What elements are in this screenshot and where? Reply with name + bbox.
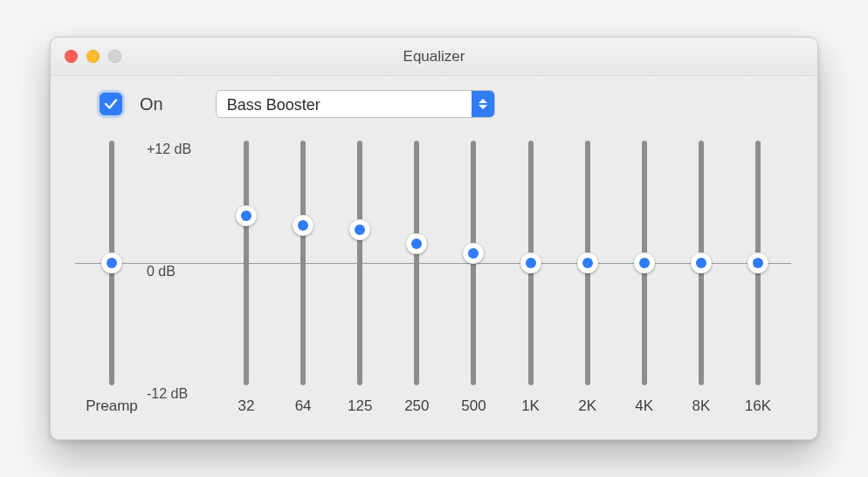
- chevron-down-icon: [479, 105, 487, 109]
- band-freq-label: 4K: [635, 398, 653, 415]
- band-slider[interactable]: [471, 141, 476, 385]
- chevron-up-icon: [479, 99, 487, 103]
- traffic-lights: [51, 50, 121, 63]
- band-slider[interactable]: [528, 141, 534, 385]
- preamp-label: Preamp: [86, 398, 138, 415]
- equalizer-window: Equalizer On Bass Booster Preamp +12 dB …: [50, 37, 818, 440]
- band-freq-label: 125: [348, 398, 372, 415]
- band-column: 250: [392, 132, 441, 415]
- band-column: 4K: [620, 132, 669, 415]
- equalizer-area: Preamp +12 dB 0 dB -12 dB 32641252505001…: [51, 123, 817, 439]
- band-slider[interactable]: [755, 141, 761, 385]
- band-slider-knob[interactable]: [520, 252, 541, 273]
- top-controls: On Bass Booster: [51, 76, 817, 123]
- band-slider-knob[interactable]: [406, 233, 427, 254]
- checkmark-icon: [103, 96, 119, 112]
- on-checkbox[interactable]: [100, 93, 122, 115]
- band-slider[interactable]: [699, 141, 704, 385]
- bands-container: 32641252505001K2K4K8K16K: [222, 132, 791, 415]
- band-column: 125: [335, 132, 384, 415]
- band-column: 1K: [506, 132, 555, 415]
- band-slider[interactable]: [357, 141, 362, 385]
- band-freq-label: 500: [461, 398, 486, 415]
- band-freq-label: 16K: [745, 398, 771, 415]
- preamp-slider[interactable]: [109, 141, 114, 385]
- band-freq-label: 8K: [692, 398, 710, 415]
- band-column: 16K: [734, 132, 782, 415]
- band-freq-label: 64: [295, 398, 312, 415]
- band-freq-label: 250: [404, 398, 429, 415]
- band-column: 64: [279, 132, 327, 415]
- on-label: On: [140, 94, 163, 114]
- scale-max-label: +12 dB: [147, 142, 191, 157]
- band-slider[interactable]: [585, 141, 590, 385]
- band-slider-knob[interactable]: [691, 252, 712, 273]
- titlebar: Equalizer: [51, 38, 817, 76]
- stepper-arrows-icon: [472, 91, 494, 117]
- preset-select[interactable]: Bass Booster: [216, 90, 495, 118]
- zero-line: [75, 263, 791, 264]
- band-column: 32: [222, 132, 271, 415]
- band-slider[interactable]: [642, 141, 647, 385]
- band-column: 2K: [563, 132, 612, 415]
- scale-mid-label: 0 dB: [147, 264, 176, 280]
- band-freq-label: 32: [238, 398, 255, 415]
- band-column: 8K: [677, 132, 726, 415]
- band-slider[interactable]: [414, 141, 419, 385]
- zoom-icon[interactable]: [108, 50, 121, 63]
- minimize-icon[interactable]: [86, 50, 100, 63]
- band-slider-knob[interactable]: [236, 205, 257, 226]
- band-slider-knob[interactable]: [293, 215, 313, 236]
- preset-selected-label: Bass Booster: [217, 91, 472, 117]
- band-freq-label: 2K: [578, 398, 596, 415]
- band-freq-label: 1K: [521, 398, 540, 415]
- scale-min-label: -12 dB: [147, 386, 188, 402]
- preamp-column: Preamp: [77, 132, 147, 415]
- preamp-slider-knob[interactable]: [101, 252, 122, 273]
- band-slider-knob[interactable]: [747, 252, 768, 273]
- band-slider[interactable]: [244, 141, 249, 385]
- band-slider-knob[interactable]: [463, 243, 484, 264]
- band-slider-knob[interactable]: [634, 252, 655, 273]
- band-column: 500: [449, 132, 498, 415]
- window-title: Equalizer: [51, 48, 817, 66]
- band-slider-knob[interactable]: [349, 219, 370, 240]
- band-slider[interactable]: [300, 141, 306, 385]
- band-slider-knob[interactable]: [577, 252, 598, 273]
- close-icon[interactable]: [65, 50, 78, 63]
